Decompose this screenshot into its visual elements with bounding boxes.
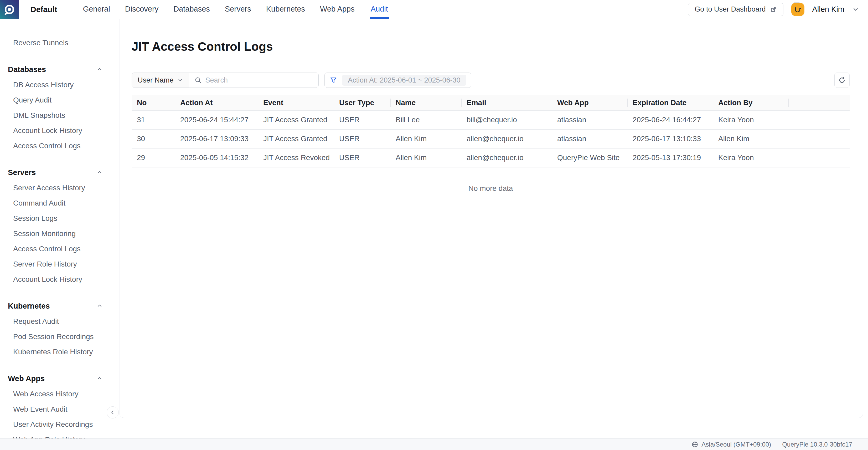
sidebar-item-pod-session-recordings[interactable]: Pod Session Recordings [0, 329, 113, 344]
sidebar-item-user-activity-recordings[interactable]: User Activity Recordings [0, 417, 113, 432]
cell-email: allen@chequer.io [461, 148, 552, 167]
col-user-type: User Type [334, 95, 391, 111]
sidebar-collapse-button[interactable] [107, 407, 119, 418]
sidebar-section-kubernetes[interactable]: Kubernetes [0, 298, 113, 314]
search-box [189, 73, 318, 88]
cell-action-at: 2025-06-17 13:09:33 [175, 129, 258, 148]
col-email: Email [461, 95, 552, 111]
section-title: Kubernetes [8, 302, 50, 310]
nav-kubernetes[interactable]: Kubernetes [266, 0, 305, 19]
sidebar-item-web-access-history[interactable]: Web Access History [0, 386, 113, 402]
search-field-label: User Name [138, 76, 174, 84]
nav-discovery[interactable]: Discovery [125, 0, 158, 19]
cell-event: JIT Access Granted [258, 111, 334, 129]
cell-web-app: QueryPie Web Site [552, 148, 627, 167]
search-input[interactable] [206, 76, 313, 84]
sidebar-item-reverse-tunnels[interactable]: Reverse Tunnels [0, 35, 113, 51]
cell-extra [788, 148, 849, 167]
sidebar-item-web-event-audit[interactable]: Web Event Audit [0, 402, 113, 417]
avatar-face [791, 3, 804, 16]
refresh-button[interactable] [834, 72, 849, 88]
cell-expiration-date: 2025-06-17 13:10:33 [627, 129, 713, 148]
dashboard-button-label: Go to User Dashboard [694, 5, 766, 13]
sidebar-item-dml-snapshots[interactable]: DML Snapshots [0, 108, 113, 123]
go-to-user-dashboard-button[interactable]: Go to User Dashboard [688, 3, 783, 16]
cell-event: JIT Access Granted [258, 129, 334, 148]
cell-web-app: atlassian [552, 129, 627, 148]
header-right: Go to User Dashboard Allen Kim [688, 0, 868, 19]
cell-expiration-date: 2025-05-13 17:30:19 [627, 148, 713, 167]
cell-action-at: 2025-06-24 15:44:27 [175, 111, 258, 129]
cell-user-type: USER [334, 111, 391, 129]
user-menu-chevron-down-icon[interactable] [852, 6, 859, 13]
nav-general[interactable]: General [83, 0, 110, 19]
cell-user-type: USER [334, 148, 391, 167]
no-more-data-text: No more data [132, 168, 849, 193]
sidebar-item-server-access-history[interactable]: Server Access History [0, 180, 113, 196]
search-group: User Name [132, 72, 319, 88]
sidebar-item-db-access-history[interactable]: DB Access History [0, 77, 113, 92]
user-name[interactable]: Allen Kim [812, 5, 845, 14]
cell-event: JIT Access Revoked [258, 148, 334, 167]
page-title: JIT Access Control Logs [132, 39, 849, 54]
sidebar-item-kubernetes-role-history[interactable]: Kubernetes Role History [0, 344, 113, 360]
version-label: QueryPie 10.3.0-30bfc17 [782, 441, 852, 448]
querypie-logo-icon [4, 4, 15, 15]
sidebar-item-access-control-logs[interactable]: Access Control Logs [0, 138, 113, 153]
cell-name: Bill Lee [391, 111, 461, 129]
cell-web-app: atlassian [552, 111, 627, 129]
timezone-indicator[interactable]: Asia/Seoul (GMT+09:00) [691, 441, 771, 448]
chevron-up-icon [96, 169, 103, 176]
sidebar-item-access-control-logs-servers[interactable]: Access Control Logs [0, 241, 113, 257]
sidebar-section-servers[interactable]: Servers [0, 164, 113, 180]
sidebar-item-command-audit[interactable]: Command Audit [0, 196, 113, 211]
sidebar-item-session-monitoring[interactable]: Session Monitoring [0, 226, 113, 241]
sidebar-section-web-apps[interactable]: Web Apps [0, 371, 113, 386]
sidebar-item-request-audit[interactable]: Request Audit [0, 314, 113, 329]
cell-user-type: USER [334, 129, 391, 148]
sidebar-section-databases[interactable]: Databases [0, 61, 113, 77]
action-at-date-range[interactable]: Action At: 2025-06-01 ~ 2025-06-30 [342, 74, 466, 86]
cell-no: 30 [132, 129, 175, 148]
refresh-icon [838, 76, 846, 84]
nav-databases[interactable]: Databases [174, 0, 210, 19]
nav-web-apps[interactable]: Web Apps [320, 0, 355, 19]
cell-email: bill@chequer.io [461, 111, 552, 129]
col-event: Event [258, 95, 334, 111]
table-row[interactable]: 31 2025-06-24 15:44:27 JIT Access Grante… [132, 111, 849, 129]
cell-email: allen@chequer.io [461, 129, 552, 148]
header-divider [68, 4, 68, 14]
chevron-up-icon [96, 376, 103, 382]
sidebar-item-server-role-history[interactable]: Server Role History [0, 257, 113, 272]
timezone-label: Asia/Seoul (GMT+09:00) [702, 441, 771, 448]
querypie-logo[interactable] [0, 0, 19, 19]
table-row[interactable]: 29 2025-06-05 14:15:32 JIT Access Revoke… [132, 148, 849, 167]
avatar-eye [800, 8, 801, 9]
sidebar-item-account-lock-history-servers[interactable]: Account Lock History [0, 272, 113, 287]
search-field-selector[interactable]: User Name [132, 73, 189, 88]
main-area: JIT Access Control Logs User Name [113, 19, 868, 439]
chevron-up-icon [96, 66, 103, 72]
filter-funnel-icon[interactable] [330, 76, 337, 84]
sidebar-item-query-audit[interactable]: Query Audit [0, 92, 113, 108]
sidebar-item-account-lock-history[interactable]: Account Lock History [0, 123, 113, 138]
body: Reverse Tunnels Databases DB Access Hist… [0, 19, 868, 439]
logs-table: No Action At Event User Type Name Email … [132, 95, 849, 168]
external-link-icon [770, 6, 777, 13]
chevron-up-icon [96, 303, 103, 309]
sidebar-item-session-logs[interactable]: Session Logs [0, 211, 113, 226]
cell-extra [788, 129, 849, 148]
nav-audit[interactable]: Audit [370, 0, 389, 19]
col-extra [788, 95, 849, 111]
nav-servers[interactable]: Servers [225, 0, 251, 19]
search-icon [194, 77, 202, 84]
table-row[interactable]: 30 2025-06-17 13:09:33 JIT Access Grante… [132, 129, 849, 148]
top-header: Default General Discovery Databases Serv… [0, 0, 868, 19]
avatar[interactable] [791, 3, 804, 16]
col-expiration-date: Expiration Date [627, 95, 713, 111]
workspace-name[interactable]: Default [30, 5, 57, 14]
status-bar: Asia/Seoul (GMT+09:00) QueryPie 10.3.0-3… [0, 439, 868, 450]
avatar-mouth [795, 9, 800, 12]
cell-action-by: Keira Yoon [713, 111, 788, 129]
sidebar: Reverse Tunnels Databases DB Access Hist… [0, 19, 113, 439]
